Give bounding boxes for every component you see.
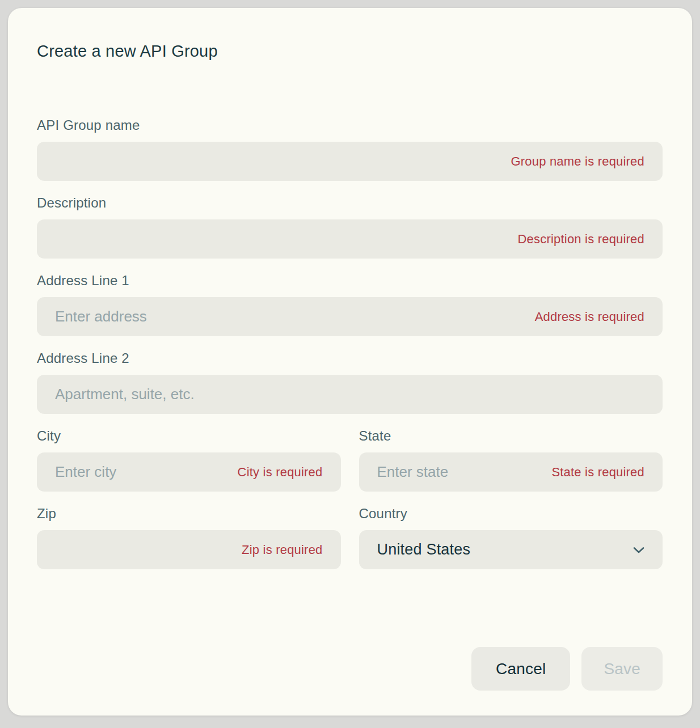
cancel-button[interactable]: Cancel [471, 647, 570, 691]
save-button[interactable]: Save [581, 647, 663, 691]
country-label: Country [359, 505, 663, 522]
group-name-input-wrap: Group name is required [37, 142, 663, 181]
zip-country-row: Zip Zip is required Country United State… [37, 505, 663, 569]
dialog-title: Create a new API Group [37, 41, 663, 61]
address-line-1-input-wrap: Address is required [37, 297, 663, 336]
zip-input-wrap: Zip is required [37, 530, 341, 569]
field-state: State State is required [359, 428, 663, 492]
dialog-actions: Cancel Save [37, 647, 663, 691]
field-description: Description Description is required [37, 194, 663, 259]
group-name-input[interactable] [37, 142, 663, 181]
address-line-1-label: Address Line 1 [37, 272, 663, 289]
field-group-name: API Group name Group name is required [37, 117, 663, 181]
state-input[interactable] [359, 452, 663, 492]
state-label: State [359, 428, 663, 445]
address-line-2-label: Address Line 2 [37, 350, 663, 367]
field-address-line-2: Address Line 2 [37, 350, 663, 414]
group-name-label: API Group name [37, 117, 663, 134]
zip-label: Zip [37, 505, 341, 522]
field-country: Country United States [359, 505, 663, 569]
create-api-group-dialog: Create a new API Group API Group name Gr… [8, 8, 692, 716]
city-state-row: City City is required State State is req… [37, 428, 663, 492]
country-selected-value: United States [377, 541, 471, 558]
description-input[interactable] [37, 219, 663, 259]
city-input-wrap: City is required [37, 452, 341, 492]
country-select[interactable]: United States [359, 530, 663, 569]
field-city: City City is required [37, 428, 341, 492]
description-input-wrap: Description is required [37, 219, 663, 259]
chevron-down-icon [631, 542, 647, 558]
city-input[interactable] [37, 452, 341, 492]
state-input-wrap: State is required [359, 452, 663, 492]
zip-input[interactable] [37, 530, 341, 569]
field-zip: Zip Zip is required [37, 505, 341, 569]
address-line-1-input[interactable] [37, 297, 663, 336]
city-label: City [37, 428, 341, 445]
address-line-2-input[interactable] [37, 375, 663, 414]
description-label: Description [37, 194, 663, 211]
address-line-2-input-wrap [37, 375, 663, 414]
field-address-line-1: Address Line 1 Address is required [37, 272, 663, 336]
